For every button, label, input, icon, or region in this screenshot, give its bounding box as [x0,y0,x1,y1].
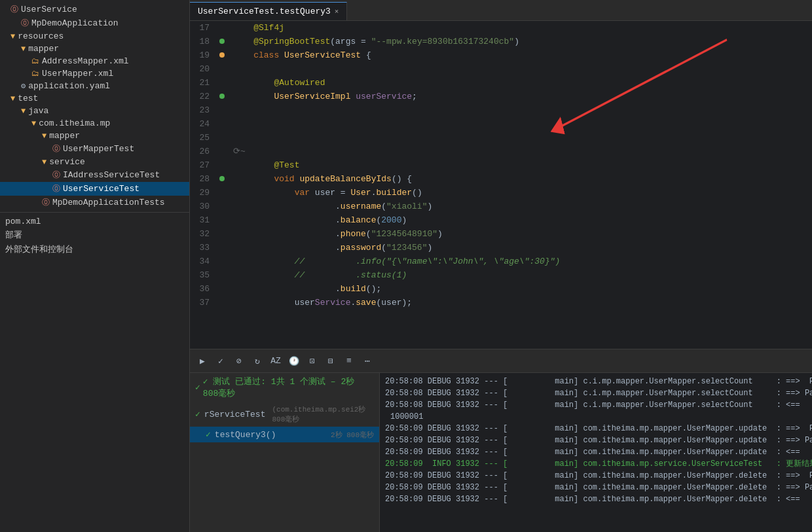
log-line: 20:58:09 INFO 31932 --- [ main] com.ithe… [385,458,807,470]
line-code: var user = User.builder() [228,186,812,200]
test-method-time: 2秒 808毫秒 [331,430,374,440]
line-code: .build(); [228,282,812,296]
test-class-icon: ✓ [195,409,200,419]
toolbar-btn-sort-az[interactable]: AZ [268,354,283,368]
toolbar-btn-5[interactable]: ⊡ [305,354,320,368]
sidebar-item-mapper-test-dir[interactable]: ▼ mapper [0,130,189,142]
gutter-dot-green [219,39,225,44]
toolbar-btn-1[interactable]: ▶ [195,354,210,368]
toolbar-btn-check[interactable]: ✓ [213,354,228,368]
file-icon: ⓪ [42,197,50,208]
file-icon: ⚙ [21,81,26,91]
toolbar-btn-7[interactable]: ≡ [342,354,356,368]
sidebar-item-userservicetest[interactable]: ⓪ UserServiceTest [0,182,189,196]
sidebar-item-application-yaml[interactable]: ⚙ application.yaml [0,80,189,92]
file-icon: ▼ [21,107,26,116]
line-number: 22 [190,90,216,103]
line-number: 18 [190,35,216,48]
bottom-panel: ▶ ✓ ⊘ ↻ AZ 🕐 ⊡ ⊟ ≡ ⋯ ✓ ✓ 测试 已通过: 1共 1 个测… [190,349,812,532]
sidebar-item-mapper-dir[interactable]: ▼ mapper [0,43,189,55]
sidebar-item-usermappertest[interactable]: ⓪ UserMapperTest [0,142,189,156]
sidebar-item-label: com.itheima.mp [39,118,110,128]
line-number: 23 [190,103,216,117]
line-gutter [216,296,228,310]
sidebar-item-label: UserServiceTest [63,184,139,194]
log-line: 20:58:09 DEBUG 31932 --- [ main] com.ith… [385,482,807,493]
line-code: UserServiceImpl userService; [228,90,812,103]
sidebar-item-test-dir[interactable]: ▼ test [0,92,189,105]
line-code: .username("xiaoli") [228,200,812,213]
test-class-item[interactable]: ✓ rServiceTest (com.itheima.mp.sei2秒 808… [190,402,379,427]
sidebar-item-label: mapper [49,131,80,141]
line-number: 37 [190,296,216,310]
file-icon: 🗂 [31,56,39,66]
code-line: 22 UserServiceImpl userService; [190,90,812,103]
log-line: 20:58:09 DEBUG 31932 --- [ main] com.ith… [385,423,807,434]
toolbar-btn-rerun[interactable]: ↻ [250,354,265,368]
active-tab[interactable]: UserServiceTest.testQuery3 × [190,2,347,20]
code-line: 34 // .info("{\"name\":\"John\", \"age\"… [190,255,812,268]
line-number: 19 [190,48,216,62]
code-line: 32 .phone("12345648910") [190,227,812,241]
sidebar-item-mpdemoapplication[interactable]: ⓪ MpDemoApplication [0,16,189,30]
editor-wrapper: 17 @Slf4j18 @SpringBootTest(args = "--mp… [190,21,812,349]
sidebar-item-label: UserService [21,5,77,14]
line-number: 28 [190,172,216,186]
line-gutter [216,35,228,48]
file-icon: ▼ [10,32,15,41]
line-gutter [216,131,228,145]
line-code: .phone("12345648910") [228,227,812,241]
extra-item[interactable]: 部署 [0,228,189,242]
code-line: 24 [190,117,812,131]
tab-bar: UserServiceTest.testQuery3 × [190,0,812,21]
test-method-icon: ✓ [206,429,211,440]
extra-items-section: pom.xml部署外部文件和控制台 [0,212,189,259]
line-gutter [216,103,228,117]
toolbar-btn-clock[interactable]: 🕐 [287,354,301,368]
tab-close-btn[interactable]: × [335,8,339,16]
line-number: 17 [190,21,216,35]
extra-item[interactable]: pom.xml [0,215,189,228]
line-gutter [216,158,228,172]
gutter-dot-green [219,94,225,99]
code-line: 18 @SpringBootTest(args = "--mpw.key=893… [190,35,812,48]
line-code [228,103,812,117]
code-line: 29 var user = User.builder() [190,186,812,200]
sidebar-item-userservice[interactable]: ⓪ UserService [0,3,189,16]
sidebar-item-iaddressservicetest[interactable]: ⓪ IAddressServiceTest [0,168,189,182]
line-code: void updateBalanceByIds() { [228,172,812,186]
code-line: 37 userService.save(user); [190,296,812,310]
line-gutter [216,145,228,158]
sidebar-item-usermapper-xml[interactable]: 🗂 UserMapper.xml [0,67,189,80]
toolbar-btn-8[interactable]: ⋯ [360,354,375,368]
line-code: @Slf4j [228,21,812,35]
line-code: // .info("{\"name\":\"John\", \"age\":30… [228,255,812,268]
sidebar-item-java-dir[interactable]: ▼ java [0,105,189,117]
extra-item[interactable]: 外部文件和控制台 [0,242,189,257]
file-icon: 🗂 [31,69,39,79]
test-method-item[interactable]: ✓ testQuery3() 2秒 808毫秒 [190,427,379,442]
sidebar-item-label: AddressMapper.xml [42,56,129,66]
line-number: 26 [190,145,216,158]
toolbar-btn-6[interactable]: ⊟ [323,354,338,368]
log-line: 1000001 [385,411,807,423]
line-code: class UserServiceTest { [228,48,812,62]
code-line: 21 @Autowired [190,76,812,90]
code-line: 30 .username("xiaoli") [190,200,812,213]
sidebar-item-service-dir[interactable]: ▼ service [0,156,189,168]
sidebar-item-addressmapper-xml[interactable]: 🗂 AddressMapper.xml [0,55,189,67]
file-icon: ⓪ [52,169,60,181]
file-icon: ▼ [10,94,15,103]
pass-text: ✓ 测试 已通过: 1共 1 个测试 – 2秒 808毫秒 [203,376,374,399]
line-gutter [216,90,228,103]
test-class-detail: (com.itheima.mp.sei2秒 808毫秒 [272,404,374,424]
line-code: @Test [228,158,812,172]
line-gutter [216,117,228,131]
toolbar-btn-stop[interactable]: ⊘ [232,354,246,368]
sidebar-item-resources[interactable]: ▼ resources [0,30,189,43]
line-number: 36 [190,282,216,296]
file-icon: ▼ [42,132,46,141]
sidebar-item-mpdemoapplicationtests[interactable]: ⓪ MpDemoApplicationTests [0,196,189,209]
line-gutter [216,241,228,255]
sidebar-item-com-itheima-mp[interactable]: ▼ com.itheima.mp [0,117,189,130]
